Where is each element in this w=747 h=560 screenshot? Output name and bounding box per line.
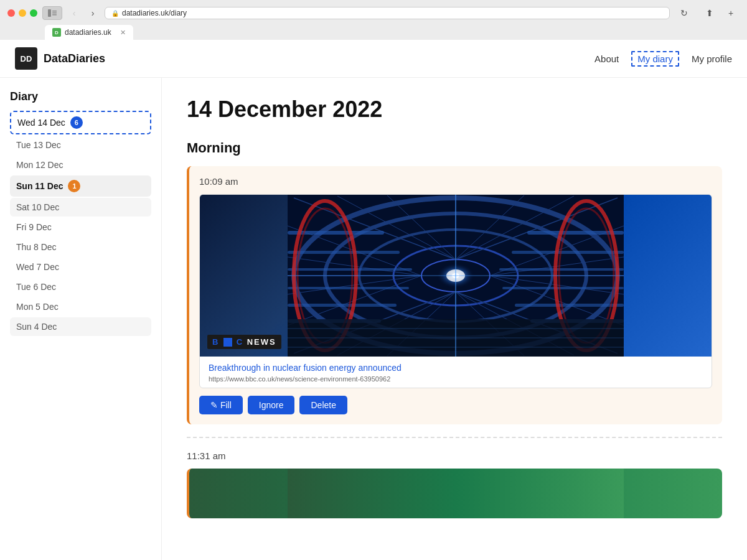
reload-button[interactable]: ↻ [677,6,691,20]
svg-rect-1 [52,11,57,12]
forward-button[interactable]: › [86,6,100,20]
nav-about[interactable]: About [594,54,619,64]
sidebar-toggle-button[interactable] [42,6,62,20]
delete-button[interactable]: Delete [299,396,347,414]
browser-toolbar-right: ⬆ + [701,6,740,20]
ignore-button[interactable]: Ignore [248,396,295,414]
new-tab-button[interactable]: + [722,6,740,20]
entry-card-1131 [187,469,722,518]
active-tab[interactable]: D datadiaries.uk ✕ [45,25,133,40]
site-name: DataDiaries [44,52,105,65]
entry-time-1009: 10:09 am [199,176,712,187]
close-window-button[interactable] [7,9,15,17]
browser-chrome: ‹ › 🔒 datadiaries.uk/diary ↻ ⬆ + D datad… [0,0,747,40]
fill-button[interactable]: ✎ Fill [199,396,243,414]
address-bar[interactable]: 🔒 datadiaries.uk/diary [105,7,670,19]
page-wrapper: DD DataDiaries About My diary My profile… [0,40,747,560]
sidebar-item-tue-13[interactable]: Tue 13 Dec [10,136,151,154]
svg-rect-41 [512,251,624,254]
sidebar-item-sun-4-label: Sun 4 Dec [16,322,57,332]
logo-box: DD [15,47,37,70]
news-image-1: B B C NEWS [200,195,712,357]
nav-my-profile[interactable]: My profile [692,54,732,64]
sidebar-item-sat-10-label: Sat 10 Dec [16,202,59,212]
site-header: DD DataDiaries About My diary My profile [0,40,747,78]
fullscreen-window-button[interactable] [30,9,37,17]
logo-text: DD [21,54,32,63]
entry-time-1131: 11:31 am [187,450,722,461]
sidebar-item-tue-6[interactable]: Tue 6 Dec [10,278,151,296]
browser-controls: ‹ › 🔒 datadiaries.uk/diary ↻ ⬆ + [7,6,740,20]
entry-1131: 11:31 am [187,450,722,518]
entry-1009: 10:09 am [187,166,722,424]
entry-1009-actions: ✎ Fill Ignore Delete [199,396,712,414]
second-news-image [189,469,722,518]
svg-rect-35 [288,251,400,254]
main-layout: Diary Wed 14 Dec 6 Tue 13 Dec Mon 12 Dec… [0,78,747,560]
sidebar-title: Diary [10,90,151,103]
svg-rect-42 [499,268,624,271]
share-button[interactable]: ⬆ [701,6,718,20]
svg-rect-38 [288,304,397,307]
tab-bar: D datadiaries.uk ✕ [7,25,740,40]
sidebar-item-wed-7[interactable]: Wed 7 Dec [10,258,151,276]
bbc-badge: B B C NEWS [207,335,281,349]
sidebar-item-wed-14-label: Wed 14 Dec [17,118,65,128]
news-url-1: https://www.bbc.co.uk/news/science-envir… [209,375,703,383]
sidebar-item-sun-11-badge: 1 [68,180,80,192]
tab-close-icon[interactable]: ✕ [120,29,126,37]
lock-icon: 🔒 [111,10,119,17]
svg-rect-36 [288,268,412,271]
svg-rect-3 [52,14,57,16]
svg-rect-40 [527,231,624,235]
svg-rect-34 [288,231,384,235]
content-area: 14 December 2022 Morning 10:09 am [162,78,747,560]
sidebar-item-sun-11-label: Sun 11 Dec [16,181,63,191]
page-date-title: 14 December 2022 [187,96,722,123]
sidebar-item-mon-12[interactable]: Mon 12 Dec [10,156,151,174]
morning-header: Morning [187,140,722,156]
news-title-link-1[interactable]: Breakthrough in nuclear fusion energy an… [209,363,703,373]
news-meta-1: Breakthrough in nuclear fusion energy an… [200,357,712,388]
logo-area: DD DataDiaries [15,47,105,70]
sidebar-item-thu-8-label: Thu 8 Dec [16,242,57,252]
url-text: datadiaries.uk/diary [122,9,187,17]
back-button[interactable]: ‹ [67,6,81,20]
svg-rect-43 [502,287,624,289]
tab-label: datadiaries.uk [65,28,111,37]
sidebar-item-sun-11[interactable]: Sun 11 Dec 1 [10,175,151,197]
sidebar-item-wed-14[interactable]: Wed 14 Dec 6 [10,111,151,134]
minimize-window-button[interactable] [19,9,26,17]
sidebar-item-tue-13-label: Tue 13 Dec [16,140,61,150]
diary-sidebar: Diary Wed 14 Dec 6 Tue 13 Dec Mon 12 Dec… [0,78,162,560]
sidebar-item-sun-4[interactable]: Sun 4 Dec [10,317,151,336]
sidebar-item-tue-6-label: Tue 6 Dec [16,282,56,292]
svg-rect-37 [288,287,409,289]
svg-rect-0 [48,9,51,17]
site-nav: About My diary My profile [594,51,732,67]
sidebar-item-fri-9[interactable]: Fri 9 Dec [10,218,151,236]
news-card-1: B B C NEWS Breakthrough in nuclear fusio… [199,194,712,388]
bbc-c-text: C [237,337,247,347]
sidebar-item-mon-12-label: Mon 12 Dec [16,160,63,170]
sidebar-item-wed-14-badge: 6 [70,116,83,129]
nav-my-diary[interactable]: My diary [631,51,679,67]
sidebar-item-fri-9-label: Fri 9 Dec [16,222,52,232]
sidebar-item-mon-5-label: Mon 5 Dec [16,302,59,312]
svg-rect-2 [52,12,57,14]
sidebar-item-wed-7-label: Wed 7 Dec [16,262,59,272]
svg-rect-44 [515,304,624,307]
traffic-lights [7,9,37,17]
sidebar-item-mon-5[interactable]: Mon 5 Dec [10,297,151,316]
morning-section: Morning 10:09 am [187,140,722,518]
sidebar-item-sat-10[interactable]: Sat 10 Dec [10,198,151,217]
sidebar-item-thu-8[interactable]: Thu 8 Dec [10,238,151,256]
bbc-text: B [212,337,219,347]
tab-favicon: D [52,28,61,37]
svg-rect-62 [288,469,624,518]
entry-divider [187,437,722,438]
